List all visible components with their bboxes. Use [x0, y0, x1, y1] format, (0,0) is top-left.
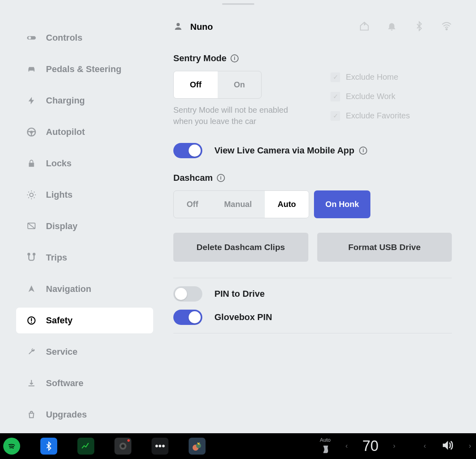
sidebar-item-pedals[interactable]: Pedals & Steering	[16, 56, 153, 82]
sidebar-item-locks[interactable]: Locks	[16, 151, 153, 176]
route-icon	[26, 252, 37, 263]
exclude-work-check[interactable]: ✓ Exclude Work	[330, 92, 410, 101]
car-icon	[26, 64, 37, 75]
nav-arrow-icon	[26, 283, 37, 295]
theater-app-icon[interactable]	[189, 438, 206, 455]
svg-point-9	[177, 23, 180, 26]
volume-up-button[interactable]: ›	[467, 442, 473, 450]
bottom-bar: ••• Auto ‹ 70 › ‹ ›	[0, 433, 476, 459]
sidebar-item-label: Pedals & Steering	[46, 64, 121, 74]
temp-up-button[interactable]: ›	[391, 442, 397, 450]
user-name: Nuno	[190, 22, 213, 32]
sentry-exclusions: ✓ Exclude Home ✓ Exclude Work ✓ Exclude …	[330, 71, 410, 127]
pin-to-drive-toggle[interactable]	[173, 286, 202, 302]
sidebar-item-autopilot[interactable]: Autopilot	[16, 119, 153, 145]
dashcam-onhonk-button[interactable]: On Honk	[314, 190, 370, 218]
content: Nuno Sentry Mode i Off On Sentry Mode wi…	[153, 21, 464, 433]
sidebar-item-lights[interactable]: Lights	[16, 182, 153, 208]
sidebar-item-label: Display	[46, 221, 77, 232]
wifi-icon[interactable]	[441, 21, 452, 33]
sidebar-item-label: Trips	[46, 252, 67, 263]
dashcam-title: Dashcam i	[173, 173, 452, 183]
sidebar-item-upgrades[interactable]: Upgrades	[16, 402, 153, 428]
sidebar-item-navigation[interactable]: Navigation	[16, 276, 153, 302]
header-icons	[359, 21, 452, 33]
temperature-value[interactable]: 70	[362, 438, 378, 455]
info-icon[interactable]: i	[359, 147, 367, 155]
info-icon[interactable]: i	[217, 174, 225, 182]
glovebox-pin-toggle[interactable]	[173, 310, 202, 325]
dashcam-manual-button[interactable]: Manual	[211, 191, 265, 218]
check-icon: ✓	[330, 72, 340, 82]
glovebox-pin-label: Glovebox PIN	[214, 312, 272, 323]
sidebar-item-label: Service	[46, 347, 77, 357]
stocks-app-icon[interactable]	[77, 438, 94, 455]
display-icon	[26, 221, 37, 232]
live-camera-toggle[interactable]	[173, 143, 202, 158]
check-label: Exclude Home	[346, 72, 398, 82]
exclude-favorites-check[interactable]: ✓ Exclude Favorites	[330, 111, 410, 121]
temp-down-button[interactable]: ‹	[344, 442, 349, 450]
sidebar-item-software[interactable]: Software	[16, 370, 153, 396]
sidebar-item-display[interactable]: Display	[16, 213, 153, 239]
pin-to-drive-label: PIN to Drive	[214, 289, 265, 299]
check-label: Exclude Favorites	[346, 111, 410, 120]
seat-mode-label: Auto	[320, 437, 331, 443]
alert-circle-icon	[26, 315, 37, 326]
person-icon	[173, 21, 183, 33]
live-camera-label: View Live Camera via Mobile App i	[214, 145, 367, 156]
sidebar-item-label: Charging	[46, 95, 85, 106]
dashcam-title-text: Dashcam	[173, 173, 213, 183]
format-usb-button[interactable]: Format USB Drive	[317, 233, 452, 262]
check-label: Exclude Work	[346, 92, 395, 101]
sidebar-item-controls[interactable]: Controls	[16, 25, 153, 51]
sidebar-item-label: Navigation	[46, 284, 91, 294]
svg-point-6	[28, 253, 29, 255]
sidebar-item-safety[interactable]: Safety	[16, 308, 153, 333]
bluetooth-app-icon[interactable]	[40, 438, 57, 455]
lock-icon	[26, 158, 37, 169]
sentry-title-text: Sentry Mode	[173, 53, 227, 64]
bluetooth-icon[interactable]	[414, 21, 424, 33]
exclude-home-check[interactable]: ✓ Exclude Home	[330, 72, 410, 82]
home-icon[interactable]	[359, 21, 370, 33]
divider	[173, 333, 452, 333]
divider	[173, 278, 452, 278]
info-icon[interactable]: i	[231, 54, 239, 62]
bag-icon	[26, 409, 37, 420]
content-header: Nuno	[173, 21, 452, 33]
seat-heater[interactable]: Auto	[320, 437, 331, 455]
sidebar-item-charging[interactable]: Charging	[16, 88, 153, 114]
wrench-icon	[26, 346, 37, 358]
sentry-mode-segment: Off On	[173, 71, 262, 99]
volume-down-button[interactable]: ‹	[422, 442, 428, 450]
spotify-app-icon[interactable]	[3, 438, 20, 455]
sidebar-item-service[interactable]: Service	[16, 339, 153, 365]
sidebar-item-label: Upgrades	[46, 409, 87, 420]
dashcam-app-icon[interactable]	[114, 438, 131, 455]
main-area: Controls Pedals & Steering Charging Auto…	[0, 5, 476, 433]
more-apps-icon[interactable]: •••	[152, 438, 168, 455]
sentry-title: Sentry Mode i	[173, 53, 452, 64]
svg-point-10	[446, 29, 447, 30]
dashcam-off-button[interactable]: Off	[174, 191, 211, 218]
sidebar-item-label: Locks	[46, 158, 72, 169]
sentry-helper: Sentry Mode will not be enabled when you…	[173, 104, 298, 127]
sidebar-item-label: Lights	[46, 190, 73, 200]
bolt-icon	[26, 95, 37, 106]
volume-icon[interactable]	[441, 438, 454, 454]
sentry-off-button[interactable]: Off	[174, 71, 218, 98]
dashcam-auto-button[interactable]: Auto	[265, 191, 309, 218]
bell-icon[interactable]	[387, 21, 397, 33]
svg-point-1	[28, 37, 31, 39]
sidebar-item-trips[interactable]: Trips	[16, 245, 153, 271]
dashcam-segment: Off Manual Auto	[173, 190, 309, 218]
sidebar-item-label: Controls	[46, 33, 82, 43]
delete-clips-button[interactable]: Delete Dashcam Clips	[173, 233, 308, 262]
sentry-on-button[interactable]: On	[218, 71, 261, 98]
svg-point-7	[33, 253, 35, 255]
sidebar-item-label: Software	[46, 378, 83, 389]
toggle-icon	[26, 32, 37, 43]
user-block[interactable]: Nuno	[173, 21, 213, 33]
svg-rect-0	[27, 36, 36, 39]
